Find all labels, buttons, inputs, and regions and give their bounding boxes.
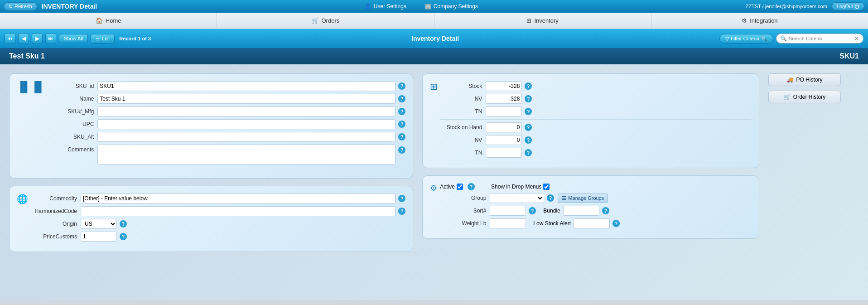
upc-label: UPC [48, 121, 97, 127]
low-stock-alert-input[interactable] [574, 218, 610, 228]
sku-alt-help-icon[interactable]: ? [398, 133, 405, 140]
upc-help-icon[interactable]: ? [398, 121, 405, 128]
nv2-help-icon[interactable]: ? [525, 136, 532, 144]
order-history-label: Order History [793, 94, 825, 100]
show-all-label: Show All [64, 36, 83, 41]
search-magnifier-icon: 🔍 [780, 35, 787, 42]
nav-inventory[interactable]: ⊞ Inventory [434, 13, 651, 29]
origin-select[interactable]: USCAMXCN [81, 219, 117, 229]
stock-input[interactable] [486, 81, 522, 91]
nav-orders-label: Orders [322, 17, 340, 24]
active-checkbox[interactable] [457, 184, 463, 190]
comments-help-icon[interactable]: ? [398, 146, 405, 154]
nav-integration[interactable]: ⚙ Integration [651, 13, 868, 29]
price-customs-help-icon[interactable]: ? [120, 233, 127, 240]
commodity-panel: 🌐 Commodity ? HarmonizedCode ? Origin [9, 186, 413, 252]
show-in-dropmenus-label: Show in Drop Menus [491, 184, 541, 190]
commodity-input[interactable] [81, 194, 395, 203]
upc-input[interactable] [97, 119, 395, 129]
sort-help-icon[interactable]: ? [529, 207, 536, 214]
nav-home[interactable]: 🏠 Home [0, 13, 217, 29]
stock-panel: ⊞ Stock ? NV ? TN ? [422, 73, 759, 168]
grid-icon: ⊞ [430, 81, 438, 92]
price-customs-label: PriceCustoms [31, 233, 81, 240]
tn-input[interactable] [486, 107, 522, 116]
sort-input[interactable] [490, 206, 526, 216]
tn-label: TN [440, 108, 486, 115]
tn2-help-icon[interactable]: ? [525, 149, 532, 156]
cart-icon: 🛒 [784, 94, 791, 100]
settings-panel: ⚙ Active ? Show in Drop Menus [422, 175, 759, 239]
stock-on-hand-label: Stock on Hand [440, 124, 486, 131]
search-box: 🔍 ✕ [776, 34, 863, 44]
stock-on-hand-input[interactable] [486, 122, 522, 132]
manage-groups-label: Manage Groups [568, 195, 604, 201]
order-history-button[interactable]: 🛒 Order History [768, 91, 841, 103]
bundle-input[interactable] [563, 206, 599, 216]
list-label: List [102, 36, 110, 41]
show-all-button[interactable]: Show All [59, 34, 88, 43]
stock-help-icon[interactable]: ? [525, 82, 532, 90]
po-history-label: PO History [796, 77, 822, 83]
sku-mfg-label: SKU#_Mfg [48, 108, 97, 115]
comments-input[interactable] [97, 145, 395, 165]
user-settings-link[interactable]: 👤 User Settings [365, 3, 406, 10]
manage-groups-button[interactable]: ☰ Manage Groups [558, 194, 608, 203]
origin-help-icon[interactable]: ? [120, 220, 127, 228]
logout-button[interactable]: LogOut ⏻ [832, 2, 864, 10]
nav-orders[interactable]: 🛒 Orders [217, 13, 434, 29]
harmonized-help-icon[interactable]: ? [398, 208, 405, 215]
first-record-button[interactable]: ⏮ [5, 33, 15, 44]
history-panel: 🚚 PO History 🛒 Order History [768, 73, 859, 291]
group-select[interactable] [490, 193, 544, 203]
bundle-label: Bundle [543, 208, 560, 214]
tn2-input[interactable] [486, 148, 522, 158]
nv-input[interactable] [486, 94, 522, 104]
next-record-button[interactable]: ▶ [32, 33, 43, 44]
weight-lb-label: Weight Lb [440, 220, 490, 227]
nv-label: NV [440, 96, 486, 102]
user-settings-label: User Settings [374, 3, 406, 10]
sku-alt-input[interactable] [97, 132, 395, 142]
low-stock-alert-help-icon[interactable]: ? [612, 220, 620, 227]
prev-record-button[interactable]: ◀ [18, 33, 29, 44]
company-settings-label: Company Settings [434, 3, 478, 10]
tn-help-icon[interactable]: ? [525, 108, 532, 115]
barcode-icon: ▐▌▐▌ [17, 81, 45, 93]
active-help-icon[interactable]: ? [468, 183, 475, 190]
commodity-label: Commodity [31, 195, 81, 202]
sku-id-input[interactable] [97, 81, 395, 91]
refresh-button[interactable]: ↻ Refresh [4, 2, 37, 11]
show-in-dropmenus-checkbox[interactable] [543, 184, 550, 190]
filter-criteria-button[interactable]: ▽ Filter Criteria 🔍 [719, 34, 773, 44]
comments-label: Comments [48, 145, 97, 153]
bundle-help-icon[interactable]: ? [602, 207, 609, 214]
stock-on-hand-help-icon[interactable]: ? [525, 124, 532, 131]
company-settings-icon: 🏢 [424, 3, 431, 10]
search-clear-icon[interactable]: ✕ [854, 35, 859, 42]
sku-mfg-help-icon[interactable]: ? [398, 108, 405, 115]
sku-id-help-icon[interactable]: ? [398, 82, 405, 90]
power-icon: ⏻ [854, 4, 859, 9]
nav-home-label: Home [106, 17, 121, 24]
search-input[interactable] [789, 36, 852, 41]
group-help-icon[interactable]: ? [547, 194, 554, 202]
tn2-label: TN [440, 150, 486, 156]
name-help-icon[interactable]: ? [398, 95, 405, 102]
price-customs-input[interactable] [81, 232, 117, 242]
company-settings-link[interactable]: 🏢 Company Settings [424, 3, 478, 10]
sku-mfg-input[interactable] [97, 107, 395, 116]
name-label: Name [48, 96, 97, 102]
name-input[interactable] [97, 94, 395, 104]
nv-help-icon[interactable]: ? [525, 95, 532, 102]
record-name: Test Sku 1 [9, 52, 45, 60]
harmonized-input[interactable] [81, 206, 395, 216]
list-button[interactable]: ☰ List [91, 34, 115, 44]
commodity-help-icon[interactable]: ? [398, 195, 405, 202]
nv2-input[interactable] [486, 135, 522, 145]
inventory-icon: ⊞ [526, 17, 531, 24]
nav-inventory-label: Inventory [534, 17, 558, 24]
weight-lb-input[interactable] [490, 218, 526, 228]
last-record-button[interactable]: ⏭ [45, 33, 56, 44]
po-history-button[interactable]: 🚚 PO History [768, 73, 841, 86]
